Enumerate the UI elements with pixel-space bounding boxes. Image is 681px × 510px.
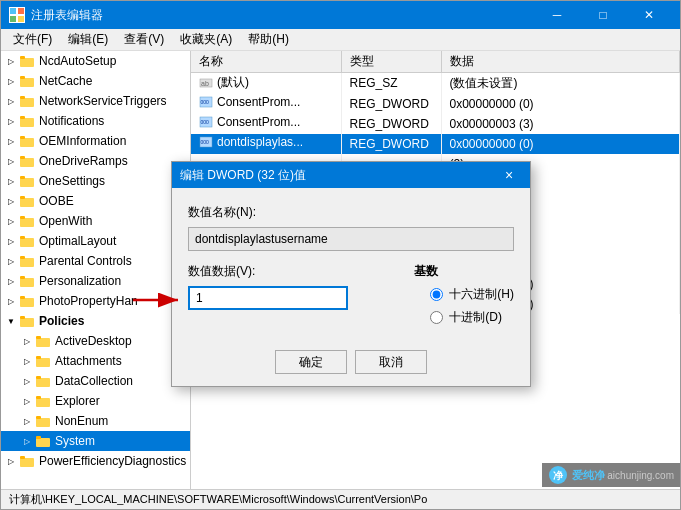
folder-icon [35,373,51,389]
svg-rect-39 [36,396,41,399]
cell-data: 0x00000000 (0) [441,134,680,154]
arrow-indicator [128,286,188,314]
status-path: 计算机\HKEY_LOCAL_MACHINE\SOFTWARE\Microsof… [9,492,427,507]
cell-type: REG_DWORD [341,134,441,154]
tree-item-policies[interactable]: ▼ Policies [1,311,190,331]
cell-type: REG_DWORD [341,114,441,134]
folder-icon [19,53,35,69]
tree-label: OpenWith [39,214,92,228]
tree-item-explorer[interactable]: ▷ Explorer [1,391,190,411]
tree-item-netcache[interactable]: ▷ NetCache [1,71,190,91]
svg-rect-27 [20,276,25,279]
watermark-url: aichunjing.com [607,470,674,481]
menu-favorites[interactable]: 收藏夹(A) [172,29,240,50]
svg-rect-2 [10,16,16,22]
maximize-button[interactable]: □ [580,1,626,29]
tree-label: Personalization [39,274,121,288]
tree-item-onedriveramps[interactable]: ▷ OneDriveRamps [1,151,190,171]
dec-radio[interactable] [430,311,443,324]
hex-radio[interactable] [430,288,443,301]
folder-icon [19,213,35,229]
tree-item-oeminformation[interactable]: ▷ OEMInformation [1,131,190,151]
svg-rect-1 [18,8,24,14]
expand-arrow: ▷ [21,435,33,447]
svg-rect-10 [20,118,34,127]
svg-rect-26 [20,278,34,287]
table-row[interactable]: 000 ConsentProm... REG_DWORD 0x00000000 … [191,94,680,114]
tree-label: OEMInformation [39,134,126,148]
svg-rect-20 [20,218,34,227]
expand-arrow: ▷ [5,155,17,167]
folder-icon [19,93,35,109]
svg-text:000: 000 [201,119,210,125]
tree-item-optimallayout[interactable]: ▷ OptimalLayout [1,231,190,251]
folder-icon [19,293,35,309]
tree-item-notifications[interactable]: ▷ Notifications [1,111,190,131]
tree-item-powerefficiency[interactable]: ▷ PowerEfficiencyDiagnostics [1,451,190,471]
expand-arrow: ▷ [5,175,17,187]
svg-rect-44 [20,458,34,467]
tree-item-attachments[interactable]: ▷ Attachments [1,351,190,371]
svg-rect-0 [10,8,16,14]
menu-file[interactable]: 文件(F) [5,29,60,50]
name-input[interactable] [188,227,514,251]
tree-item-parentalcontrols[interactable]: ▷ Parental Controls [1,251,190,271]
svg-rect-24 [20,258,34,267]
svg-rect-45 [20,456,25,459]
menu-view[interactable]: 查看(V) [116,29,172,50]
tree-item-networkservicetriggers[interactable]: ▷ NetworkServiceTriggers [1,91,190,111]
tree-label: Policies [39,314,84,328]
cell-type: REG_SZ [341,73,441,94]
svg-rect-3 [18,16,24,22]
menu-bar: 文件(F) 编辑(E) 查看(V) 收藏夹(A) 帮助(H) [1,29,680,51]
dec-radio-label[interactable]: 十进制(D) [430,309,514,326]
expand-arrow: ▷ [5,55,17,67]
dialog-body: 数值名称(N): 数值数据(V): [172,188,530,342]
watermark: 净 爱纯净 aichunjing.com [542,463,680,487]
expand-arrow: ▷ [5,295,17,307]
cell-data: 0x00000000 (0) [441,94,680,114]
watermark-text: 爱纯净 [572,468,605,483]
svg-rect-25 [20,256,25,259]
hex-radio-text: 十六进制(H) [449,286,514,303]
svg-text:000: 000 [201,139,210,145]
tree-item-ncdautosetup[interactable]: ▷ NcdAutoSetup [1,51,190,71]
cell-data: (数值未设置) [441,73,680,94]
folder-icon [19,173,35,189]
expand-arrow: ▷ [5,255,17,267]
tree-item-system[interactable]: ▷ System [1,431,190,451]
svg-rect-42 [36,438,50,447]
folder-icon [19,253,35,269]
table-row[interactable]: ab (默认) REG_SZ (数值未设置) [191,73,680,94]
cell-name: 000 ConsentProm... [191,94,341,114]
data-input[interactable] [188,286,348,310]
menu-help[interactable]: 帮助(H) [240,29,297,50]
expand-arrow: ▷ [5,115,17,127]
minimize-button[interactable]: ─ [534,1,580,29]
table-row[interactable]: 000 dontdisplaylas... REG_DWORD 0x000000… [191,134,680,154]
data-label: 数值数据(V): [188,263,390,280]
table-row[interactable]: 000 ConsentProm... REG_DWORD 0x00000003 … [191,114,680,134]
ok-button[interactable]: 确定 [275,350,347,374]
expand-arrow: ▼ [5,315,17,327]
tree-label: Notifications [39,114,104,128]
svg-rect-18 [20,198,34,207]
svg-rect-16 [20,178,34,187]
tree-item-datacollection[interactable]: ▷ DataCollection [1,371,190,391]
tree-item-openwith[interactable]: ▷ OpenWith [1,211,190,231]
menu-edit[interactable]: 编辑(E) [60,29,116,50]
svg-rect-35 [36,356,41,359]
hex-radio-label[interactable]: 十六进制(H) [430,286,514,303]
svg-rect-38 [36,398,50,407]
dialog-title-bar: 编辑 DWORD (32 位)值 × [172,162,530,188]
close-button[interactable]: ✕ [626,1,672,29]
tree-item-activedesktop[interactable]: ▷ ActiveDesktop [1,331,190,351]
tree-label: OneDriveRamps [39,154,128,168]
tree-item-oobe[interactable]: ▷ OOBE [1,191,190,211]
dialog-close-button[interactable]: × [496,162,522,188]
tree-label: System [55,434,95,448]
expand-arrow: ▷ [21,355,33,367]
cancel-button[interactable]: 取消 [355,350,427,374]
tree-item-onesettings[interactable]: ▷ OneSettings [1,171,190,191]
tree-item-nonenum[interactable]: ▷ NonEnum [1,411,190,431]
